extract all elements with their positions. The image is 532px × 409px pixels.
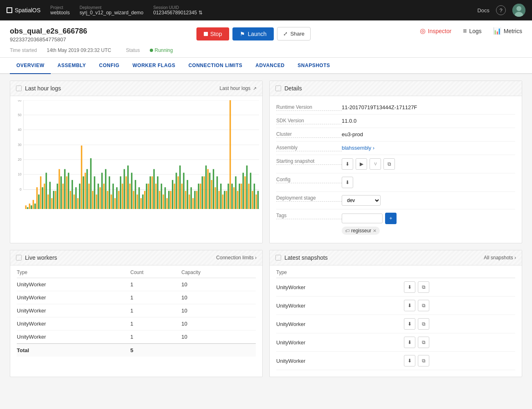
snapshot-copy-btn[interactable]: ⧉ xyxy=(418,281,429,293)
logs-checkbox[interactable] xyxy=(16,85,22,91)
subheader-right-actions: ◎ Inspector ≡ Logs 📊 Metrics xyxy=(420,27,522,35)
snapshot-dl-button[interactable]: ⬇ xyxy=(404,281,415,293)
project-value: webtools xyxy=(50,10,70,16)
starting-snapshot-row: Starting snapshot ⬇ ▶ ⑂ ⧉ xyxy=(276,155,515,173)
status-label: Status xyxy=(126,47,140,53)
assembly-value[interactable]: blahssembly › xyxy=(342,145,374,151)
tags-add-button[interactable]: + xyxy=(385,213,397,224)
snapshot-copy-btn[interactable]: ⧉ xyxy=(418,355,429,366)
workers-connection-limits-link[interactable]: Connection limits › xyxy=(216,255,257,261)
tab-snapshots[interactable]: SNAPSHOTS xyxy=(291,58,336,74)
config-row: Config ⬇ xyxy=(276,173,515,192)
workers-total-row: Total 5 xyxy=(17,344,256,357)
logs-card-link[interactable]: Last hour logs ↗ xyxy=(220,85,257,91)
logs-card-header: Last hour logs Last hour logs ↗ xyxy=(10,81,262,96)
inspector-link[interactable]: ◎ Inspector xyxy=(420,27,452,35)
worker-capacity: 10 xyxy=(181,278,256,291)
details-card-title: Details xyxy=(284,85,302,92)
snapshot-dl-button[interactable]: ⬇ xyxy=(404,355,415,366)
snapshot-type: UnityWorker xyxy=(276,278,404,297)
tab-overview[interactable]: OVERVIEW xyxy=(10,58,51,74)
tab-config[interactable]: CONFIG xyxy=(92,58,126,74)
deployment-meta: Deployment syrj_0_v12_op_wizard_demo xyxy=(79,5,143,16)
deployment-name: obs_qual_e2s_666786 xyxy=(10,27,87,36)
workers-table-header: Type Count Capacity xyxy=(17,265,256,278)
snapshot-branch-button[interactable]: ⑂ xyxy=(370,158,381,170)
tags-input[interactable] xyxy=(342,213,383,223)
workers-checkbox[interactable] xyxy=(16,255,22,261)
worker-count: 1 xyxy=(131,304,182,317)
tags-label: Tags xyxy=(276,213,342,219)
snapshot-copy-btn[interactable]: ⧉ xyxy=(418,300,429,311)
session-label: Session UUID xyxy=(153,5,203,10)
total-label: Total xyxy=(17,344,131,357)
cluster-row: Cluster eu3-prod xyxy=(276,128,515,142)
svg-text:40: 40 xyxy=(18,127,21,132)
snapshots-checkbox[interactable] xyxy=(275,255,281,261)
inspector-icon: ◎ xyxy=(420,27,426,35)
tab-advanced[interactable]: ADVANCED xyxy=(249,58,291,74)
worker-count: 1 xyxy=(131,330,182,344)
tag-regisseur: 🏷 regisseur ✕ xyxy=(342,227,380,235)
deployment-stage-select[interactable]: dev staging production xyxy=(342,195,381,206)
svg-text:10: 10 xyxy=(18,172,21,177)
snapshot-copy-button[interactable]: ⧉ xyxy=(383,158,395,170)
tags-input-row: + xyxy=(342,213,397,224)
tag-remove-button[interactable]: ✕ xyxy=(373,228,376,234)
time-started-label: Time started xyxy=(10,47,37,53)
deployment-stage-row: Deployment stage dev staging production xyxy=(276,192,515,209)
time-started-value: 14th May 2019 09:23:32 UTC xyxy=(47,47,111,53)
snapshots-all-link[interactable]: All snapshots › xyxy=(484,255,516,261)
config-download-button[interactable]: ⬇ xyxy=(342,177,353,188)
svg-text:50: 50 xyxy=(18,112,21,117)
snapshot-copy-btn[interactable]: ⧉ xyxy=(418,337,429,348)
details-card-header-left: Details xyxy=(275,85,302,92)
col-capacity: Capacity xyxy=(181,265,256,278)
metrics-link[interactable]: 📊 Metrics xyxy=(493,27,522,35)
workers-card: Live workers Connection limits › Type Co… xyxy=(10,250,263,377)
logs-link[interactable]: ≡ Logs xyxy=(463,27,482,35)
tab-connection-limits[interactable]: CONNECTION LIMITS xyxy=(182,58,249,74)
snap-col-actions xyxy=(404,265,515,278)
snapshot-dl-button[interactable]: ⬇ xyxy=(404,300,415,311)
user-avatar[interactable] xyxy=(512,4,525,17)
brand-logo[interactable]: SpatialOS xyxy=(7,7,41,13)
snapshot-play-button[interactable]: ▶ xyxy=(356,158,367,170)
details-card: Details Runtime Version 11-20170719T1344… xyxy=(269,81,522,243)
tags-row: Tags + 🏷 regisseur ✕ xyxy=(276,209,515,238)
snapshot-dl-button[interactable]: ⬇ xyxy=(404,318,415,330)
tab-worker-flags[interactable]: WORKER FLAGS xyxy=(126,58,182,74)
details-checkbox[interactable] xyxy=(275,85,281,91)
sdk-version-value: 11.0.0 xyxy=(342,118,356,124)
logs-card: Last hour logs Last hour logs ↗ 0 10 20 xyxy=(10,81,263,243)
assembly-row: Assembly blahssembly › xyxy=(276,142,515,155)
snapshot-dl-button[interactable]: ⬇ xyxy=(404,337,415,348)
tag-icon: 🏷 xyxy=(345,228,349,233)
docs-link[interactable]: Docs xyxy=(477,7,489,13)
tab-assembly[interactable]: ASSEMBLY xyxy=(51,58,92,74)
table-row: UnityWorker 1 10 xyxy=(17,330,256,344)
assembly-label: Assembly xyxy=(276,145,342,151)
deployment-meta-value: syrj_0_v12_op_wizard_demo xyxy=(79,10,143,16)
config-label: Config xyxy=(276,177,342,183)
project-label: Project xyxy=(50,5,70,10)
logs-card-header-left: Last hour logs xyxy=(16,85,61,92)
topnav-meta: Project webtools Deployment syrj_0_v12_o… xyxy=(50,5,467,16)
session-swap-icon[interactable]: ⇅ xyxy=(198,10,203,16)
subheader: obs_qual_e2s_666786 9223372036854775807 … xyxy=(0,20,532,58)
snapshots-card-header-left: Latest snapshots xyxy=(275,254,328,261)
topnav-right: Docs ? xyxy=(477,4,525,17)
snapshot-type: UnityWorker xyxy=(276,297,404,315)
deployment-label: Deployment xyxy=(79,5,143,10)
stop-button[interactable]: Stop xyxy=(196,27,230,40)
help-button[interactable]: ? xyxy=(496,5,506,15)
snapshot-copy-btn[interactable]: ⧉ xyxy=(418,318,429,330)
logs-icon: ≡ xyxy=(463,27,467,35)
logs-card-title: Last hour logs xyxy=(25,85,61,92)
table-row: UnityWorker ⬇ ⧉ xyxy=(276,333,515,352)
share-button[interactable]: ⤢ Share xyxy=(277,27,311,40)
table-row: UnityWorker 1 10 xyxy=(17,278,256,291)
launch-button[interactable]: ⚑ Launch xyxy=(232,27,274,40)
snapshot-download-button[interactable]: ⬇ xyxy=(342,158,353,170)
bar-chart-canvas xyxy=(25,100,259,209)
